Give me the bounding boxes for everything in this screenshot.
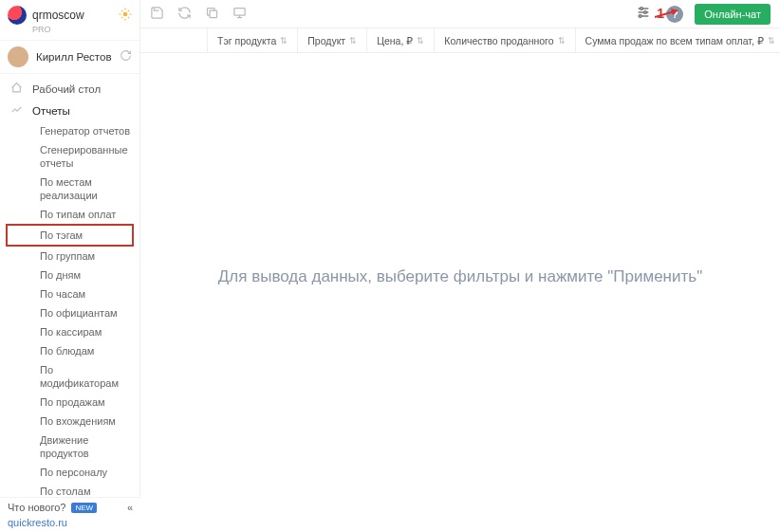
svg-rect-9 xyxy=(210,10,217,18)
nav-sub-item[interactable]: Движение продуктов xyxy=(0,431,139,463)
column-label: Тэг продукта xyxy=(217,35,276,46)
topbar: ? Онлайн-чат xyxy=(140,0,780,28)
column-header[interactable]: Цена, ₽⇅ xyxy=(366,28,434,52)
nav-sub-item[interactable]: По местам реализации xyxy=(0,173,139,205)
theme-toggle-icon[interactable] xyxy=(119,8,132,24)
avatar xyxy=(8,46,28,67)
nav: Рабочий стол Отчеты Генератор отчетовСге… xyxy=(0,74,139,532)
sync-icon[interactable] xyxy=(177,6,192,23)
svg-point-0 xyxy=(123,11,128,16)
nav-sub-item[interactable]: По тэгам xyxy=(6,224,134,247)
svg-rect-10 xyxy=(234,8,245,15)
toolbar-actions xyxy=(150,6,247,23)
nav-sub-item[interactable]: По официантам xyxy=(0,303,139,322)
nav-sub-item[interactable]: По кассирам xyxy=(0,322,139,341)
brand-name: qrmoscow xyxy=(32,9,84,22)
nav-sub-item[interactable]: По блюдам xyxy=(0,341,139,360)
nav-sub-item[interactable]: По типам оплат xyxy=(0,205,139,224)
svg-point-14 xyxy=(644,11,647,14)
app-logo xyxy=(8,6,27,25)
nav-reports[interactable]: Отчеты xyxy=(0,100,139,121)
svg-line-6 xyxy=(128,16,129,17)
sidebar: qrmoscow PRO Кирилл Рестов Рабочий стол … xyxy=(0,0,140,532)
copy-icon[interactable] xyxy=(205,6,219,23)
nav-reports-label: Отчеты xyxy=(32,105,70,117)
nav-sub-list: Генератор отчетовСгенерированные отчетыП… xyxy=(0,121,139,532)
save-icon[interactable] xyxy=(150,6,164,23)
nav-sub-item[interactable]: По вхождениям xyxy=(0,412,139,431)
nav-sub-item[interactable]: Сгенерированные отчеты xyxy=(0,140,139,173)
svg-point-12 xyxy=(641,8,643,10)
sort-icon: ⇅ xyxy=(417,36,424,46)
filter-settings-icon[interactable] xyxy=(632,5,655,23)
column-header[interactable]: Количество проданного⇅ xyxy=(434,28,574,52)
user-row[interactable]: Кирилл Рестов xyxy=(0,40,139,74)
site-link[interactable]: quickresto.ru xyxy=(8,517,133,528)
user-name: Кирилл Рестов xyxy=(36,51,112,63)
screen-icon[interactable] xyxy=(232,6,247,23)
svg-point-16 xyxy=(640,15,642,18)
column-header[interactable]: Продукт⇅ xyxy=(297,28,366,52)
sort-icon: ⇅ xyxy=(558,36,566,46)
nav-desktop-label: Рабочий стол xyxy=(32,83,101,95)
nav-desktop[interactable]: Рабочий стол xyxy=(0,78,139,100)
brand-header: qrmoscow xyxy=(0,0,139,27)
whats-new-link[interactable]: Что нового? xyxy=(8,502,65,513)
nav-sub-item[interactable]: По модификаторам xyxy=(0,360,139,393)
sort-icon: ⇅ xyxy=(768,36,775,46)
svg-line-8 xyxy=(128,9,129,10)
column-label: Сумма продаж по всем типам оплат, ₽ xyxy=(585,35,764,46)
online-chat-button[interactable]: Онлайн-чат xyxy=(695,4,771,25)
sort-icon: ⇅ xyxy=(280,36,288,46)
collapse-icon[interactable]: « xyxy=(127,502,133,513)
column-label: Цена, ₽ xyxy=(377,35,413,46)
svg-line-7 xyxy=(121,16,122,17)
column-header[interactable]: Тэг продукта⇅ xyxy=(207,28,297,52)
nav-sub-item[interactable]: По дням xyxy=(0,266,139,284)
help-icon[interactable]: ? xyxy=(666,6,683,23)
empty-state-message: Для вывода данных, выберите фильтры и на… xyxy=(140,266,780,288)
nav-sub-item[interactable]: По часам xyxy=(0,284,139,303)
nav-sub-item[interactable]: По продажам xyxy=(0,393,139,412)
new-badge: NEW xyxy=(71,503,97,513)
nav-sub-item[interactable]: Генератор отчетов xyxy=(0,121,139,140)
column-label: Количество проданного xyxy=(444,35,553,46)
main-area: ? Онлайн-чат 1 Тэг продукта⇅Продукт⇅Цена… xyxy=(140,0,780,532)
home-icon xyxy=(9,82,23,96)
svg-line-5 xyxy=(121,9,122,10)
column-header[interactable]: Сумма продаж по всем типам оплат, ₽⇅ xyxy=(575,28,780,52)
refresh-icon[interactable] xyxy=(120,49,132,64)
sort-icon: ⇅ xyxy=(349,36,357,46)
chart-icon xyxy=(9,103,23,118)
annotation-number: 1 xyxy=(657,6,664,21)
column-headers: Тэг продукта⇅Продукт⇅Цена, ₽⇅Количество … xyxy=(140,28,780,53)
brand-sub: PRO xyxy=(32,25,139,34)
sidebar-footer: Что нового? NEW « quickresto.ru xyxy=(0,497,140,532)
column-label: Продукт xyxy=(307,35,345,46)
nav-sub-item[interactable]: По персоналу xyxy=(0,463,139,482)
nav-sub-item[interactable]: По группам xyxy=(0,247,139,266)
